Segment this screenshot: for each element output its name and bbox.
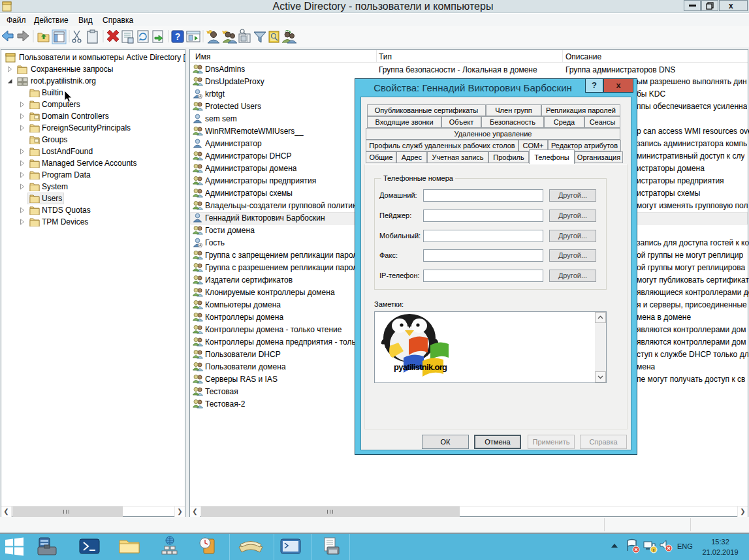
svg-text:pyatilistnik.org: pyatilistnik.org	[394, 362, 447, 372]
svg-text:?: ?	[175, 31, 181, 42]
svg-text:!: !	[653, 548, 655, 553]
